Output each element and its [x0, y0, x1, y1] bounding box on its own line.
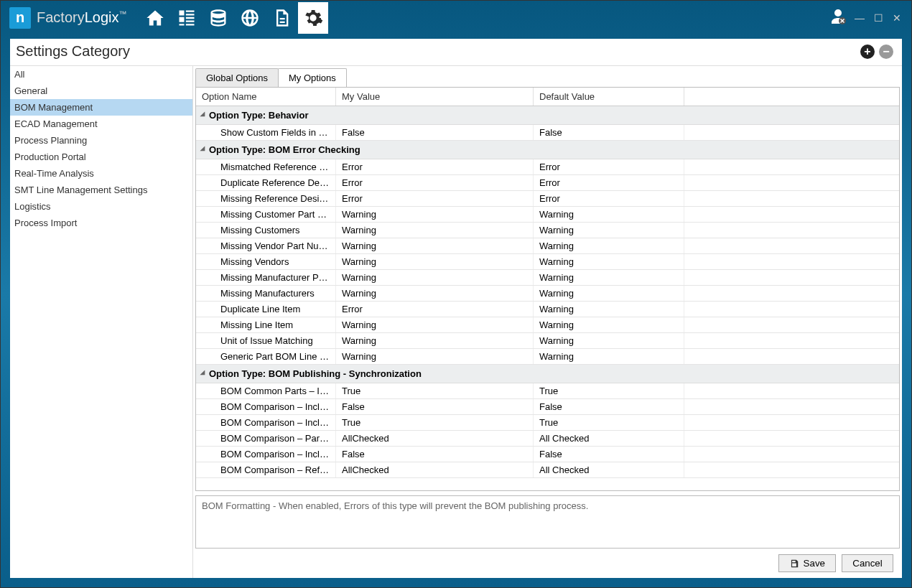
cell: Warning [336, 270, 534, 285]
cell: BOM Comparison – Include... [196, 415, 336, 430]
logo-text: FactoryLogix™ [37, 9, 127, 26]
table-row[interactable]: Generic Part BOM Line Item...WarningWarn… [196, 349, 899, 365]
cell: Warning [534, 207, 684, 222]
cancel-button[interactable]: Cancel [842, 554, 893, 572]
user-icon[interactable] [829, 8, 847, 27]
col-my-value[interactable]: My Value [336, 88, 534, 106]
table-row[interactable]: Missing CustomersWarningWarning [196, 223, 899, 238]
add-button[interactable]: + [860, 45, 875, 59]
grid-icon[interactable] [172, 2, 202, 34]
tab[interactable]: Global Options [195, 68, 279, 87]
cell: Unit of Issue Matching [196, 333, 336, 348]
cell: Warning [534, 349, 684, 364]
table-row[interactable]: Missing Reference Designat...ErrorError [196, 191, 899, 207]
sidebar-item[interactable]: ECAD Management [10, 116, 192, 132]
table-row[interactable]: Mismatched Reference Cou...ErrorError [196, 159, 899, 175]
cell: Warning [336, 333, 534, 348]
sidebar-item[interactable]: Process Planning [10, 132, 192, 149]
main-panel: Global OptionsMy Options Option Name My … [193, 66, 902, 578]
sidebar-item[interactable]: BOM Management [10, 99, 192, 116]
group-header[interactable]: Option Type: BOM Error Checking [196, 141, 899, 159]
sidebar-item[interactable]: General [10, 83, 192, 99]
save-button[interactable]: Save [778, 554, 836, 572]
cell: Warning [336, 223, 534, 238]
grid-header: Option Name My Value Default Value [196, 88, 899, 106]
cell: True [336, 415, 534, 430]
table-row[interactable]: BOM Comparison – Include...FalseFalse [196, 447, 899, 462]
cell: Missing Line Item [196, 317, 336, 332]
cell: Warning [534, 317, 684, 332]
document-icon[interactable] [266, 2, 297, 34]
table-row[interactable]: Missing Line ItemWarningWarning [196, 317, 899, 333]
cell: Warning [534, 270, 684, 285]
table-row[interactable]: Missing Vendor Part Numb...WarningWarnin… [196, 238, 899, 254]
globe-icon[interactable] [235, 2, 265, 34]
table-row[interactable]: Duplicate Line ItemErrorWarning [196, 302, 899, 317]
cell: Missing Customers [196, 223, 336, 238]
cell: BOM Comparison – Referen... [196, 462, 336, 477]
settings-icon[interactable] [298, 2, 328, 34]
cell: Warning [336, 286, 534, 301]
table-row[interactable]: Missing Customer Part Nu...WarningWarnin… [196, 207, 899, 223]
tab[interactable]: My Options [278, 68, 347, 87]
cell: Warning [534, 238, 684, 253]
cell: All Checked [534, 462, 684, 477]
window-controls: ― ☐ ✕ [854, 12, 903, 24]
table-row[interactable]: Unit of Issue MatchingWarningWarning [196, 333, 899, 349]
col-option-name[interactable]: Option Name [196, 88, 336, 106]
group-header[interactable]: Option Type: Behavior [196, 106, 899, 125]
table-row[interactable]: Missing VendorsWarningWarning [196, 254, 899, 270]
table-row[interactable]: Duplicate Reference Design...ErrorError [196, 175, 899, 191]
sidebar-item[interactable]: Real-Time Analysis [10, 165, 192, 182]
top-nav-icons [140, 2, 328, 34]
grid-body: Option Type: BehaviorShow Custom Fields … [196, 106, 899, 490]
cell: Warning [336, 349, 534, 364]
table-row[interactable]: BOM Comparison – Include...FalseFalse [196, 399, 899, 415]
app-logo: n FactoryLogix™ [9, 7, 127, 29]
cancel-label: Cancel [852, 558, 883, 569]
table-row[interactable]: Show Custom Fields in the...FalseFalse [196, 125, 899, 141]
maximize-button[interactable]: ☐ [873, 12, 884, 24]
cell: AllChecked [336, 431, 534, 446]
cell: BOM Comparison – Include... [196, 399, 336, 414]
minimize-button[interactable]: ― [854, 12, 865, 24]
panel-title: Settings Category [16, 43, 130, 60]
cell: Error [534, 175, 684, 190]
cell: BOM Common Parts – Inclu... [196, 383, 336, 398]
options-grid: Option Name My Value Default Value Optio… [195, 87, 900, 491]
table-row[interactable]: BOM Comparison – Referen...AllCheckedAll… [196, 462, 899, 478]
table-row[interactable]: Missing Manufacturer Part...WarningWarni… [196, 270, 899, 286]
cell: Error [336, 175, 534, 190]
logo-icon: n [9, 7, 31, 29]
cell: Warning [336, 207, 534, 222]
database-icon[interactable] [203, 2, 233, 34]
table-row[interactable]: BOM Comparison – Part Op...AllCheckedAll… [196, 431, 899, 447]
sidebar-item[interactable]: Process Import [10, 215, 192, 231]
cell: Error [534, 191, 684, 206]
sidebar-item[interactable]: Logistics [10, 198, 192, 215]
sidebar-item[interactable]: All [10, 66, 192, 83]
save-label: Save [804, 558, 825, 569]
cell: Duplicate Line Item [196, 302, 336, 317]
cell: Error [534, 159, 684, 174]
cell: False [534, 125, 684, 140]
content-area: Settings Category + − AllGeneralBOM Mana… [10, 39, 902, 578]
cell: Show Custom Fields in the... [196, 125, 336, 140]
table-row[interactable]: BOM Common Parts – Inclu...TrueTrue [196, 383, 899, 399]
home-icon[interactable] [140, 2, 170, 34]
col-default-value[interactable]: Default Value [534, 88, 684, 106]
remove-button[interactable]: − [879, 45, 893, 59]
table-row[interactable]: BOM Comparison – Include...TrueTrue [196, 415, 899, 431]
cell: False [336, 399, 534, 414]
close-button[interactable]: ✕ [891, 12, 903, 24]
sidebar-item[interactable]: Production Portal [10, 149, 192, 165]
cell: False [336, 447, 534, 462]
cell: Warning [534, 286, 684, 301]
sidebar-item[interactable]: SMT Line Management Settings [10, 182, 192, 198]
table-row[interactable]: Missing ManufacturersWarningWarning [196, 286, 899, 302]
group-header[interactable]: Option Type: BOM Publishing - Synchroniz… [196, 365, 899, 383]
cell: False [336, 125, 534, 140]
cell: Error [336, 302, 534, 317]
cell: All Checked [534, 431, 684, 446]
cell: Mismatched Reference Cou... [196, 159, 336, 174]
